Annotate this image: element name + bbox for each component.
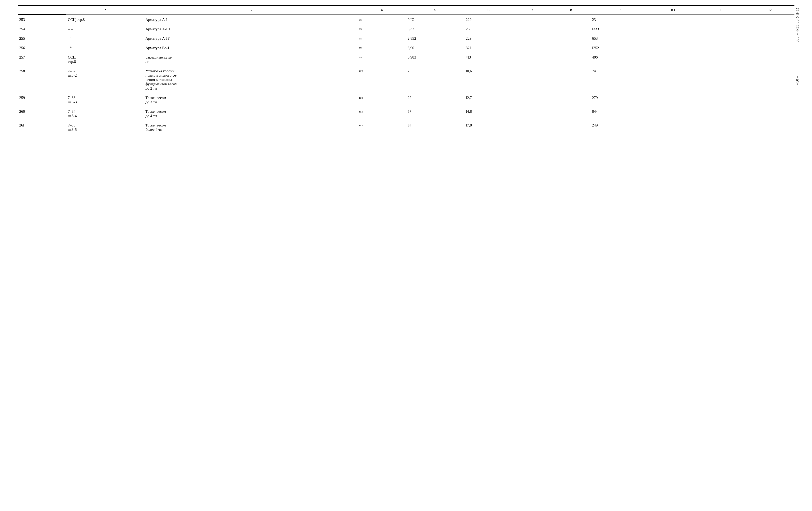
table-row: 259 7–33ш.3-3 То же, весомдо 3 тн шт 22 … (18, 93, 794, 107)
row-col6: I2,7 (464, 93, 513, 107)
table-row: 260 7–34ш.3-4 То же, весомдо 4 тн шт 57 … (18, 107, 794, 121)
row-ref: 7–33ш.3-3 (66, 93, 144, 107)
row-col11 (697, 34, 746, 43)
row-col8 (552, 24, 590, 34)
table-header-row: I 2 3 4 5 6 7 8 9 IO II I2 (18, 6, 794, 15)
row-col12 (746, 15, 794, 25)
row-desc: Закладные дета-ли (144, 53, 357, 66)
row-col7 (513, 15, 552, 25)
row-col7 (513, 24, 552, 34)
row-ref: ССЦ стр.8 (66, 15, 144, 25)
row-col9: 279 (590, 93, 649, 107)
page-container: 503 – 4-33.85 УП(1) – 50 – I 2 3 4 5 (18, 5, 794, 134)
row-col11 (697, 121, 746, 134)
row-col8 (552, 53, 590, 66)
row-desc: Установка колоннпрямоугольного се-чения … (144, 66, 357, 93)
row-num: 253 (18, 15, 66, 25)
row-desc: Арматура А-I (144, 15, 357, 25)
row-col11 (697, 15, 746, 25)
row-col11 (697, 43, 746, 53)
row-col7 (513, 121, 552, 134)
row-col10 (649, 24, 697, 34)
row-col10 (649, 121, 697, 134)
row-col12 (746, 24, 794, 34)
row-col9: 406 (590, 53, 649, 66)
row-col9: I252 (590, 43, 649, 53)
row-desc: Арматура А-III (144, 24, 357, 34)
row-col11 (697, 66, 746, 93)
row-col7 (513, 93, 552, 107)
row-ref: 7–32ш.3-2 (66, 66, 144, 93)
row-col7 (513, 43, 552, 53)
row-col6: 32I (464, 43, 513, 53)
row-col6: I7,8 (464, 121, 513, 134)
row-col12 (746, 107, 794, 121)
row-num: 254 (18, 24, 66, 34)
row-col9: 653 (590, 34, 649, 43)
row-ref: –*– (66, 43, 144, 53)
row-ref: ССЦстр.8 (66, 53, 144, 66)
row-num: 26I (18, 121, 66, 134)
row-unit: шт (357, 107, 406, 121)
row-ref: 7–35ш.3-5 (66, 121, 144, 134)
row-col10 (649, 107, 697, 121)
row-col8 (552, 93, 590, 107)
row-unit: шт (357, 121, 406, 134)
sidebar-top-text: 503 – 4-33.85 УП(1) (795, 8, 800, 42)
header-col1: I (18, 6, 66, 15)
table-row: 256 –*– Арматура Вр-I тн 3,90 32I I252 (18, 43, 794, 53)
row-desc: То же, весомболее 4 тн (144, 121, 357, 134)
row-col9: 74 (590, 66, 649, 93)
row-col12 (746, 43, 794, 53)
row-col6: 250 (464, 24, 513, 34)
row-desc: То же, весомдо 4 тн (144, 107, 357, 121)
row-col11 (697, 93, 746, 107)
row-num: 255 (18, 34, 66, 43)
row-col6: 4I3 (464, 53, 513, 66)
row-col11 (697, 53, 746, 66)
table-row: 253 ССЦ стр.8 Арматура А-I тн 0,IO 229 2… (18, 15, 794, 25)
main-table: I 2 3 4 5 6 7 8 9 IO II I2 253 ССЦ стр.8… (18, 5, 794, 134)
header-col9: 9 (590, 6, 649, 15)
row-desc: То же, весомдо 3 тн (144, 93, 357, 107)
row-desc: Арматура А-IУ (144, 34, 357, 43)
header-col11: II (697, 6, 746, 15)
row-col12 (746, 53, 794, 66)
row-ref: –"– (66, 34, 144, 43)
header-col7: 7 (513, 6, 552, 15)
row-unit: тн (357, 34, 406, 43)
row-col5: 0,IO (406, 15, 464, 25)
row-unit: шт (357, 93, 406, 107)
row-unit: тн (357, 43, 406, 53)
row-col9: 249 (590, 121, 649, 134)
row-col10 (649, 34, 697, 43)
row-col12 (746, 93, 794, 107)
row-num: 258 (18, 66, 66, 93)
row-col7 (513, 34, 552, 43)
row-col9: 844 (590, 107, 649, 121)
row-col12 (746, 121, 794, 134)
row-col8 (552, 121, 590, 134)
row-col5: 3,90 (406, 43, 464, 53)
row-col12 (746, 34, 794, 43)
row-col6: 229 (464, 34, 513, 43)
header-col8: 8 (552, 6, 590, 15)
row-num: 256 (18, 43, 66, 53)
row-col5: I4 (406, 121, 464, 134)
table-row: 257 ССЦстр.8 Закладные дета-ли тн 0,983 … (18, 53, 794, 66)
row-col6: 229 (464, 15, 513, 25)
row-col7 (513, 107, 552, 121)
row-col6: I0,6 (464, 66, 513, 93)
header-col3: 3 (144, 6, 357, 15)
table-row: 254 –"– Арматура А-III тн 5,33 250 I333 (18, 24, 794, 34)
row-col8 (552, 107, 590, 121)
row-col7 (513, 66, 552, 93)
row-num: 260 (18, 107, 66, 121)
row-col10 (649, 66, 697, 93)
row-col8 (552, 15, 590, 25)
table-row: 255 –"– Арматура А-IУ тн 2,852 229 653 (18, 34, 794, 43)
row-unit: тн (357, 24, 406, 34)
row-num: 257 (18, 53, 66, 66)
row-col6: I4,8 (464, 107, 513, 121)
sidebar-bottom-text: – 50 – (795, 76, 800, 85)
